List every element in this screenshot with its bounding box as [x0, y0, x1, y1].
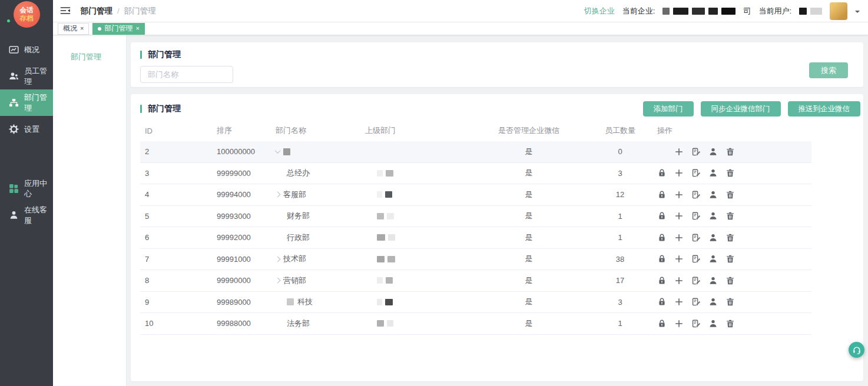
lock-icon[interactable] — [657, 190, 667, 199]
sidebar-collapse-icon[interactable] — [60, 6, 72, 16]
add-icon[interactable] — [674, 211, 684, 221]
cell-sort: 99991000 — [217, 255, 276, 264]
breadcrumb-item[interactable]: 部门管理 — [81, 6, 112, 16]
add-icon[interactable] — [674, 276, 684, 285]
cell-sort: 100000000 — [217, 147, 276, 156]
table-row: 2 100000000 是 0 — [140, 141, 811, 163]
expand-row-icon[interactable] — [275, 256, 281, 262]
tab-departments[interactable]: 部门管理 × — [92, 23, 144, 35]
add-icon[interactable] — [674, 297, 684, 307]
edit-icon[interactable] — [691, 254, 701, 264]
edit-icon[interactable] — [691, 276, 701, 285]
expand-row-icon[interactable] — [275, 192, 281, 198]
members-icon[interactable] — [708, 297, 718, 307]
cell-manage-wework: 是 — [470, 318, 588, 329]
sidebar-item-support[interactable]: 在线客服 — [0, 202, 53, 228]
cell-id: 8 — [140, 276, 217, 285]
sidebar-item-app-center[interactable]: 应用中心 — [0, 175, 53, 202]
cell-parent-department — [364, 299, 470, 305]
push-to-wework-button[interactable]: 推送到企业微信 — [788, 101, 861, 117]
lock-icon[interactable] — [657, 211, 667, 221]
delete-icon[interactable] — [725, 276, 735, 285]
add-department-button[interactable]: 添加部门 — [643, 101, 694, 117]
cell-department-name: 客服部 — [276, 189, 364, 200]
lock-icon[interactable] — [657, 233, 667, 242]
redacted-block — [662, 8, 670, 15]
members-icon[interactable] — [708, 276, 718, 285]
cell-actions — [652, 168, 811, 178]
edit-icon[interactable] — [691, 168, 701, 178]
members-icon[interactable] — [708, 190, 718, 199]
delete-icon[interactable] — [725, 254, 735, 264]
logo-text-line2: 存档 — [20, 15, 34, 22]
expand-row-icon[interactable] — [275, 278, 281, 284]
sidebar-item-label: 应用中心 — [24, 178, 53, 199]
add-icon[interactable] — [674, 319, 684, 328]
add-icon[interactable] — [674, 168, 684, 178]
members-icon[interactable] — [708, 233, 718, 242]
edit-icon[interactable] — [691, 297, 701, 307]
edit-icon[interactable] — [691, 211, 701, 221]
cell-actions — [652, 276, 811, 285]
lock-icon[interactable] — [657, 297, 667, 307]
gear-icon — [9, 124, 19, 134]
edit-icon[interactable] — [691, 233, 701, 242]
column-header-sort: 排序 — [217, 125, 276, 136]
delete-icon[interactable] — [725, 147, 735, 157]
redacted-block — [692, 8, 705, 15]
lock-icon[interactable] — [657, 254, 667, 264]
sidebar-item-overview[interactable]: 概况 — [0, 36, 53, 63]
submenu-item-departments[interactable]: 部门管理 — [53, 47, 126, 67]
sidebar-item-settings[interactable]: 设置 — [0, 116, 53, 142]
cell-actions — [652, 254, 811, 264]
sidebar-item-employees[interactable]: 员工管理 — [0, 63, 53, 89]
delete-icon[interactable] — [725, 319, 735, 328]
redacted-block — [377, 213, 384, 219]
department-name-input[interactable] — [140, 66, 233, 83]
customer-service-fab[interactable] — [849, 342, 864, 358]
edit-icon[interactable] — [691, 147, 701, 157]
delete-icon[interactable] — [725, 297, 735, 307]
lock-icon[interactable] — [657, 276, 667, 285]
close-tab-icon[interactable]: × — [80, 25, 84, 32]
add-icon[interactable] — [674, 233, 684, 242]
lock-icon[interactable] — [657, 319, 667, 328]
cell-parent-department — [364, 320, 470, 327]
delete-icon[interactable] — [725, 190, 735, 199]
members-icon[interactable] — [708, 319, 718, 328]
sync-wework-departments-button[interactable]: 同步企业微信部门 — [701, 101, 781, 117]
lock-icon[interactable] — [657, 168, 667, 178]
redacted-block — [708, 8, 718, 15]
delete-icon[interactable] — [725, 168, 735, 178]
cell-id: 9 — [140, 298, 217, 307]
members-icon[interactable] — [708, 254, 718, 264]
main-column: 部门管理 / 部门管理 切换企业 当前企业: 司 当前用户: 概况 × — [53, 0, 868, 386]
add-icon[interactable] — [674, 254, 684, 264]
close-tab-icon[interactable]: × — [135, 25, 139, 32]
table-row: 3 99999000 总经办 是 3 — [140, 163, 811, 185]
status-dot-icon — [7, 19, 10, 22]
add-icon[interactable] — [674, 147, 684, 157]
users-icon — [9, 71, 19, 81]
main-content: 部门管理 搜索 部门管理 添加部门 — [127, 35, 868, 386]
department-name-text: 客服部 — [283, 189, 306, 200]
table-row: 6 99992000 行政部 是 1 — [140, 227, 811, 249]
cell-employee-count: 1 — [588, 233, 652, 242]
search-button[interactable]: 搜索 — [809, 62, 848, 78]
delete-icon[interactable] — [725, 233, 735, 242]
switch-company-link[interactable]: 切换企业 — [584, 6, 615, 16]
caret-down-icon[interactable] — [855, 11, 860, 15]
tab-overview[interactable]: 概况 × — [58, 23, 89, 35]
add-icon[interactable] — [674, 190, 684, 199]
members-icon[interactable] — [708, 211, 718, 221]
edit-icon[interactable] — [691, 190, 701, 199]
user-avatar[interactable] — [830, 2, 847, 20]
members-icon[interactable] — [708, 168, 718, 178]
members-icon[interactable] — [708, 147, 718, 157]
edit-icon[interactable] — [691, 319, 701, 328]
redacted-block — [387, 256, 395, 262]
collapse-row-icon[interactable] — [275, 148, 281, 154]
delete-icon[interactable] — [725, 211, 735, 221]
sidebar-item-departments[interactable]: 部门管理 — [0, 89, 53, 116]
cell-sort: 99992000 — [217, 233, 276, 242]
